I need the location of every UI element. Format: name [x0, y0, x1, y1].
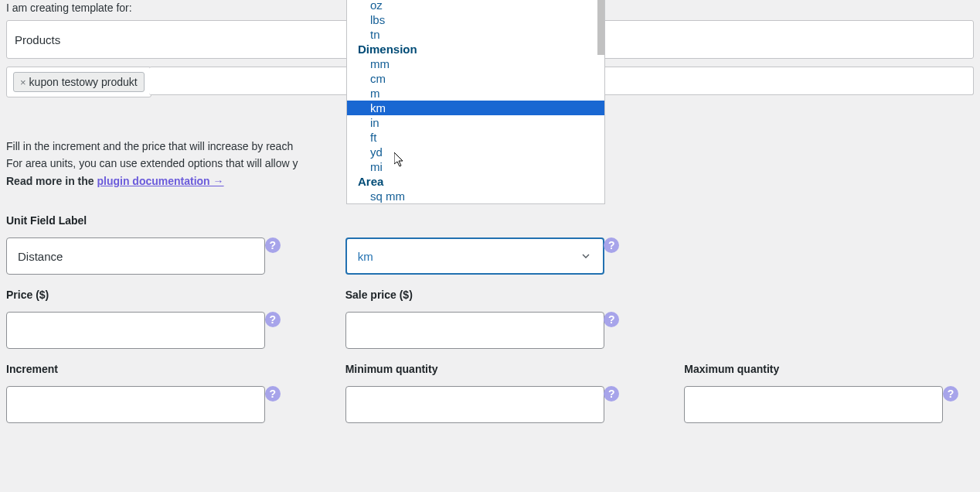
- dropdown-option[interactable]: mm: [347, 56, 604, 71]
- min-qty-group: Minimum quantity ?: [345, 363, 635, 423]
- unit-dropdown[interactable]: oz lbs tn Dimension mm cm m km in ft yd …: [346, 0, 605, 204]
- dropdown-group-dimension: Dimension: [347, 42, 604, 56]
- dropdown-option[interactable]: ft: [347, 130, 604, 145]
- chevron-down-icon: [580, 250, 592, 262]
- price-group: Price ($) ?: [6, 289, 296, 349]
- unit-select-group: Unit km ?: [345, 214, 635, 275]
- help-icon[interactable]: ?: [265, 312, 281, 327]
- documentation-link[interactable]: plugin documentation →: [97, 175, 223, 187]
- unit-field-label-group: Unit Field Label ?: [6, 214, 296, 275]
- dropdown-scrollbar[interactable]: [597, 0, 604, 55]
- unit-select[interactable]: km: [345, 237, 604, 275]
- dropdown-option[interactable]: cm: [347, 71, 604, 86]
- max-qty-group: Maximum quantity ?: [684, 363, 974, 423]
- dropdown-option[interactable]: mi: [347, 159, 604, 174]
- unit-select-value: km: [358, 250, 373, 263]
- product-tag: × kupon testowy produkt: [13, 72, 145, 92]
- help-icon[interactable]: ?: [604, 386, 619, 401]
- dropdown-option[interactable]: yd: [347, 145, 604, 159]
- dropdown-option[interactable]: sq mm: [347, 189, 604, 203]
- dropdown-option-highlighted[interactable]: km: [347, 101, 604, 115]
- sale-price-label: Sale price ($): [345, 289, 635, 301]
- product-tag-container[interactable]: × kupon testowy produkt: [6, 67, 151, 97]
- help-icon[interactable]: ?: [943, 386, 958, 401]
- unit-field-label-label: Unit Field Label: [6, 214, 296, 227]
- dropdown-option[interactable]: oz: [347, 0, 604, 12]
- increment-group: Increment ?: [6, 363, 296, 423]
- unit-field-label-input[interactable]: [6, 237, 265, 275]
- dropdown-group-area: Area: [347, 174, 604, 189]
- template-type-value: Products: [15, 33, 60, 46]
- increment-input[interactable]: [6, 386, 265, 423]
- increment-label: Increment: [6, 363, 296, 375]
- help-icon[interactable]: ?: [604, 237, 619, 253]
- sale-price-input[interactable]: [345, 312, 604, 349]
- dropdown-option[interactable]: tn: [347, 27, 604, 42]
- min-qty-input[interactable]: [345, 386, 604, 423]
- min-qty-label: Minimum quantity: [345, 363, 635, 375]
- max-qty-label: Maximum quantity: [684, 363, 974, 375]
- price-label: Price ($): [6, 289, 296, 301]
- help-icon[interactable]: ?: [265, 386, 281, 401]
- max-qty-input[interactable]: [684, 386, 943, 423]
- sale-price-group: Sale price ($) ?: [345, 289, 635, 349]
- product-tag-text: kupon testowy produkt: [29, 76, 138, 88]
- dropdown-option[interactable]: m: [347, 86, 604, 101]
- help-icon[interactable]: ?: [265, 237, 281, 253]
- tag-remove-icon[interactable]: ×: [20, 77, 26, 87]
- dropdown-option[interactable]: in: [347, 115, 604, 130]
- price-input[interactable]: [6, 312, 265, 349]
- help-icon[interactable]: ?: [604, 312, 619, 327]
- dropdown-option[interactable]: lbs: [347, 12, 604, 27]
